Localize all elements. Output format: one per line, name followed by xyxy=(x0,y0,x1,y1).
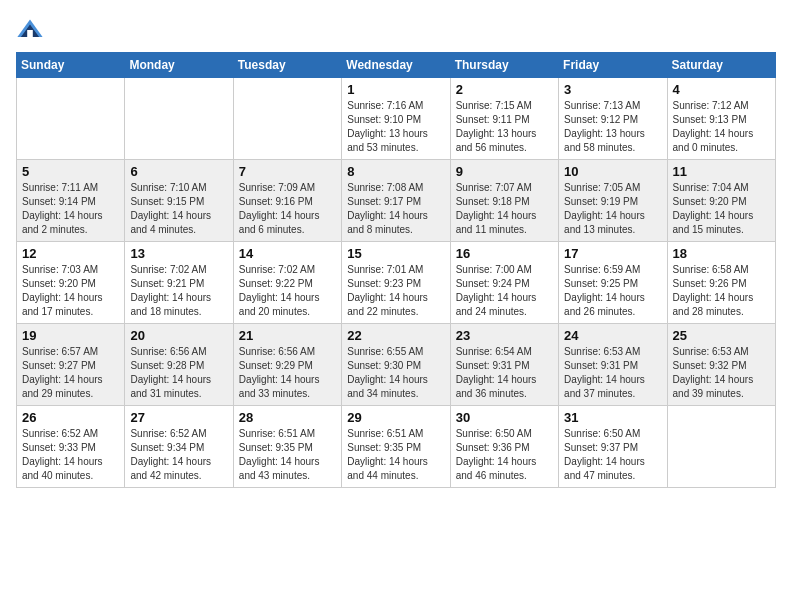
day-info: Sunrise: 6:53 AM Sunset: 9:31 PM Dayligh… xyxy=(564,345,661,401)
day-number: 19 xyxy=(22,328,119,343)
weekday-header-saturday: Saturday xyxy=(667,53,775,78)
day-info: Sunrise: 6:55 AM Sunset: 9:30 PM Dayligh… xyxy=(347,345,444,401)
calendar-cell: 16Sunrise: 7:00 AM Sunset: 9:24 PM Dayli… xyxy=(450,242,558,324)
calendar-week-row: 19Sunrise: 6:57 AM Sunset: 9:27 PM Dayli… xyxy=(17,324,776,406)
logo xyxy=(16,16,46,44)
calendar-cell: 9Sunrise: 7:07 AM Sunset: 9:18 PM Daylig… xyxy=(450,160,558,242)
day-info: Sunrise: 6:50 AM Sunset: 9:37 PM Dayligh… xyxy=(564,427,661,483)
day-info: Sunrise: 6:57 AM Sunset: 9:27 PM Dayligh… xyxy=(22,345,119,401)
day-info: Sunrise: 6:51 AM Sunset: 9:35 PM Dayligh… xyxy=(347,427,444,483)
calendar-cell xyxy=(667,406,775,488)
calendar-cell: 17Sunrise: 6:59 AM Sunset: 9:25 PM Dayli… xyxy=(559,242,667,324)
day-number: 1 xyxy=(347,82,444,97)
day-number: 12 xyxy=(22,246,119,261)
day-number: 7 xyxy=(239,164,336,179)
day-number: 17 xyxy=(564,246,661,261)
day-info: Sunrise: 6:58 AM Sunset: 9:26 PM Dayligh… xyxy=(673,263,770,319)
day-number: 2 xyxy=(456,82,553,97)
day-number: 18 xyxy=(673,246,770,261)
calendar-cell xyxy=(17,78,125,160)
day-number: 15 xyxy=(347,246,444,261)
weekday-header-wednesday: Wednesday xyxy=(342,53,450,78)
day-info: Sunrise: 6:56 AM Sunset: 9:28 PM Dayligh… xyxy=(130,345,227,401)
calendar-week-row: 5Sunrise: 7:11 AM Sunset: 9:14 PM Daylig… xyxy=(17,160,776,242)
weekday-header-monday: Monday xyxy=(125,53,233,78)
calendar-cell: 10Sunrise: 7:05 AM Sunset: 9:19 PM Dayli… xyxy=(559,160,667,242)
day-info: Sunrise: 7:01 AM Sunset: 9:23 PM Dayligh… xyxy=(347,263,444,319)
page-header xyxy=(16,16,776,44)
day-info: Sunrise: 7:13 AM Sunset: 9:12 PM Dayligh… xyxy=(564,99,661,155)
day-number: 29 xyxy=(347,410,444,425)
day-number: 11 xyxy=(673,164,770,179)
day-info: Sunrise: 7:00 AM Sunset: 9:24 PM Dayligh… xyxy=(456,263,553,319)
calendar-cell: 5Sunrise: 7:11 AM Sunset: 9:14 PM Daylig… xyxy=(17,160,125,242)
day-number: 20 xyxy=(130,328,227,343)
weekday-header-tuesday: Tuesday xyxy=(233,53,341,78)
day-number: 8 xyxy=(347,164,444,179)
calendar-cell: 18Sunrise: 6:58 AM Sunset: 9:26 PM Dayli… xyxy=(667,242,775,324)
day-info: Sunrise: 6:50 AM Sunset: 9:36 PM Dayligh… xyxy=(456,427,553,483)
day-info: Sunrise: 6:56 AM Sunset: 9:29 PM Dayligh… xyxy=(239,345,336,401)
calendar-cell: 3Sunrise: 7:13 AM Sunset: 9:12 PM Daylig… xyxy=(559,78,667,160)
calendar-cell: 28Sunrise: 6:51 AM Sunset: 9:35 PM Dayli… xyxy=(233,406,341,488)
day-number: 13 xyxy=(130,246,227,261)
calendar-cell: 26Sunrise: 6:52 AM Sunset: 9:33 PM Dayli… xyxy=(17,406,125,488)
day-info: Sunrise: 7:12 AM Sunset: 9:13 PM Dayligh… xyxy=(673,99,770,155)
day-number: 25 xyxy=(673,328,770,343)
day-number: 9 xyxy=(456,164,553,179)
calendar-cell: 29Sunrise: 6:51 AM Sunset: 9:35 PM Dayli… xyxy=(342,406,450,488)
calendar-cell: 15Sunrise: 7:01 AM Sunset: 9:23 PM Dayli… xyxy=(342,242,450,324)
day-info: Sunrise: 6:54 AM Sunset: 9:31 PM Dayligh… xyxy=(456,345,553,401)
calendar-cell: 23Sunrise: 6:54 AM Sunset: 9:31 PM Dayli… xyxy=(450,324,558,406)
calendar-cell: 24Sunrise: 6:53 AM Sunset: 9:31 PM Dayli… xyxy=(559,324,667,406)
day-info: Sunrise: 7:08 AM Sunset: 9:17 PM Dayligh… xyxy=(347,181,444,237)
day-number: 31 xyxy=(564,410,661,425)
day-info: Sunrise: 7:07 AM Sunset: 9:18 PM Dayligh… xyxy=(456,181,553,237)
weekday-header-row: SundayMondayTuesdayWednesdayThursdayFrid… xyxy=(17,53,776,78)
day-info: Sunrise: 7:15 AM Sunset: 9:11 PM Dayligh… xyxy=(456,99,553,155)
calendar-cell: 14Sunrise: 7:02 AM Sunset: 9:22 PM Dayli… xyxy=(233,242,341,324)
day-number: 10 xyxy=(564,164,661,179)
day-number: 26 xyxy=(22,410,119,425)
svg-rect-2 xyxy=(27,30,33,37)
calendar-cell: 25Sunrise: 6:53 AM Sunset: 9:32 PM Dayli… xyxy=(667,324,775,406)
day-number: 4 xyxy=(673,82,770,97)
day-info: Sunrise: 7:16 AM Sunset: 9:10 PM Dayligh… xyxy=(347,99,444,155)
day-number: 6 xyxy=(130,164,227,179)
day-info: Sunrise: 6:51 AM Sunset: 9:35 PM Dayligh… xyxy=(239,427,336,483)
calendar-table: SundayMondayTuesdayWednesdayThursdayFrid… xyxy=(16,52,776,488)
day-number: 22 xyxy=(347,328,444,343)
day-info: Sunrise: 6:53 AM Sunset: 9:32 PM Dayligh… xyxy=(673,345,770,401)
day-number: 16 xyxy=(456,246,553,261)
day-info: Sunrise: 7:11 AM Sunset: 9:14 PM Dayligh… xyxy=(22,181,119,237)
calendar-week-row: 12Sunrise: 7:03 AM Sunset: 9:20 PM Dayli… xyxy=(17,242,776,324)
calendar-cell: 6Sunrise: 7:10 AM Sunset: 9:15 PM Daylig… xyxy=(125,160,233,242)
calendar-cell: 11Sunrise: 7:04 AM Sunset: 9:20 PM Dayli… xyxy=(667,160,775,242)
calendar-cell: 12Sunrise: 7:03 AM Sunset: 9:20 PM Dayli… xyxy=(17,242,125,324)
calendar-cell: 1Sunrise: 7:16 AM Sunset: 9:10 PM Daylig… xyxy=(342,78,450,160)
calendar-cell: 20Sunrise: 6:56 AM Sunset: 9:28 PM Dayli… xyxy=(125,324,233,406)
logo-icon xyxy=(16,16,44,44)
calendar-week-row: 26Sunrise: 6:52 AM Sunset: 9:33 PM Dayli… xyxy=(17,406,776,488)
day-info: Sunrise: 7:10 AM Sunset: 9:15 PM Dayligh… xyxy=(130,181,227,237)
day-number: 21 xyxy=(239,328,336,343)
calendar-cell: 21Sunrise: 6:56 AM Sunset: 9:29 PM Dayli… xyxy=(233,324,341,406)
weekday-header-friday: Friday xyxy=(559,53,667,78)
calendar-cell xyxy=(125,78,233,160)
day-info: Sunrise: 7:04 AM Sunset: 9:20 PM Dayligh… xyxy=(673,181,770,237)
calendar-cell: 22Sunrise: 6:55 AM Sunset: 9:30 PM Dayli… xyxy=(342,324,450,406)
day-number: 5 xyxy=(22,164,119,179)
day-number: 3 xyxy=(564,82,661,97)
weekday-header-sunday: Sunday xyxy=(17,53,125,78)
day-info: Sunrise: 7:02 AM Sunset: 9:21 PM Dayligh… xyxy=(130,263,227,319)
day-info: Sunrise: 7:03 AM Sunset: 9:20 PM Dayligh… xyxy=(22,263,119,319)
day-number: 30 xyxy=(456,410,553,425)
day-number: 27 xyxy=(130,410,227,425)
calendar-cell: 4Sunrise: 7:12 AM Sunset: 9:13 PM Daylig… xyxy=(667,78,775,160)
calendar-cell: 31Sunrise: 6:50 AM Sunset: 9:37 PM Dayli… xyxy=(559,406,667,488)
day-number: 23 xyxy=(456,328,553,343)
day-info: Sunrise: 7:09 AM Sunset: 9:16 PM Dayligh… xyxy=(239,181,336,237)
day-info: Sunrise: 7:02 AM Sunset: 9:22 PM Dayligh… xyxy=(239,263,336,319)
calendar-cell: 8Sunrise: 7:08 AM Sunset: 9:17 PM Daylig… xyxy=(342,160,450,242)
calendar-week-row: 1Sunrise: 7:16 AM Sunset: 9:10 PM Daylig… xyxy=(17,78,776,160)
